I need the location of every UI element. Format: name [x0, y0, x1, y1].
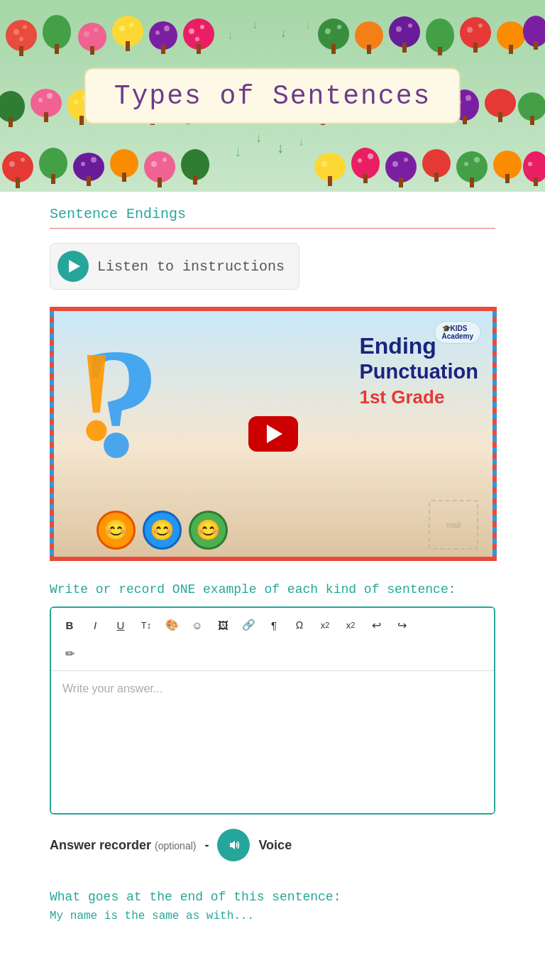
svg-point-22 [189, 28, 194, 34]
svg-rect-36 [438, 47, 442, 55]
svg-point-28 [337, 25, 341, 29]
svg-point-15 [129, 23, 133, 27]
svg-point-99 [151, 161, 157, 167]
svg-rect-17 [161, 45, 165, 54]
bottom-subtext: My name is the same as with... [50, 910, 495, 922]
svg-point-88 [21, 158, 25, 162]
svg-point-113 [368, 153, 373, 159]
main-content: Sentence Endings Listen to instructions … [0, 192, 545, 937]
svg-point-49 [38, 98, 43, 102]
svg-rect-78 [463, 116, 467, 124]
italic-button[interactable]: I [84, 614, 106, 636]
emoji-faces: 😊 😊 😊 [97, 511, 228, 550]
svg-rect-102 [193, 175, 197, 185]
video-play-button[interactable] [248, 416, 298, 452]
svg-rect-121 [470, 178, 474, 187]
svg-text:↓: ↓ [326, 28, 333, 42]
svg-text:↓: ↓ [298, 134, 304, 148]
svg-point-3 [13, 29, 19, 35]
video-text: Ending Punctuation 1st Grade [359, 332, 478, 410]
recorder-label: Answer recorder (optional) [50, 838, 196, 853]
section-divider [50, 228, 495, 229]
voice-label: Voice [258, 838, 292, 853]
emoji-button[interactable]: ☺ [186, 614, 209, 636]
svg-point-14 [119, 26, 125, 31]
svg-rect-26 [331, 44, 336, 54]
svg-rect-115 [399, 178, 403, 187]
fontsize-button[interactable]: T↕ [135, 614, 158, 636]
play-icon [69, 260, 80, 273]
svg-rect-7 [55, 44, 59, 54]
eraser-button[interactable]: ✏ [58, 642, 81, 665]
svg-rect-92 [87, 176, 91, 186]
recorder-section: Answer recorder (optional) - Voice [50, 829, 495, 861]
svg-point-33 [396, 26, 402, 32]
sound-icon [224, 836, 243, 854]
svg-point-93 [81, 162, 85, 166]
header-banner: ↓ ↓ ↓ ↓ ↓ ↓ ↓ ↓ ↓ ↓ ↓ [0, 0, 545, 192]
omega-button[interactable]: Ω [288, 614, 311, 636]
svg-point-6 [43, 15, 71, 49]
svg-point-39 [467, 27, 473, 33]
video-container[interactable]: ? ! Ending Punctuation 1st Grade 🎓KIDSAc… [50, 307, 495, 561]
superscript-button[interactable]: x2 [339, 614, 362, 636]
svg-rect-21 [197, 44, 201, 54]
svg-rect-2 [19, 46, 23, 56]
svg-point-50 [47, 93, 53, 99]
svg-rect-9 [90, 46, 94, 55]
underline-button[interactable]: U [109, 614, 132, 636]
svg-point-94 [91, 157, 97, 163]
svg-rect-13 [126, 41, 130, 51]
svg-rect-32 [402, 43, 407, 53]
image-button[interactable]: 🖼 [211, 614, 234, 636]
svg-point-53 [74, 100, 78, 104]
redo-button[interactable]: ↪ [390, 614, 413, 636]
svg-point-80 [466, 95, 471, 101]
svg-text:↓: ↓ [305, 18, 311, 31]
svg-point-19 [164, 26, 170, 31]
svg-point-123 [474, 157, 480, 163]
svg-rect-30 [367, 45, 371, 54]
svg-rect-111 [363, 174, 368, 183]
link-button[interactable]: 🔗 [237, 614, 260, 636]
svg-rect-82 [498, 112, 502, 122]
svg-point-122 [464, 162, 468, 166]
svg-rect-127 [534, 178, 538, 186]
play-icon [267, 425, 282, 443]
listen-label: Listen to instructions [97, 258, 285, 275]
svg-text:↓: ↓ [255, 131, 262, 145]
undo-button[interactable]: ↩ [365, 614, 387, 636]
svg-rect-38 [473, 43, 478, 53]
section-title: Sentence Endings [50, 206, 186, 222]
voice-record-button[interactable] [217, 829, 250, 861]
svg-point-128 [528, 162, 532, 166]
svg-rect-108 [328, 176, 332, 186]
svg-point-117 [404, 158, 408, 162]
listen-button[interactable]: Listen to instructions [50, 243, 299, 290]
subscript-button[interactable]: x2 [314, 614, 336, 636]
svg-point-112 [358, 158, 362, 163]
svg-point-23 [200, 25, 204, 29]
svg-point-109 [321, 161, 327, 167]
svg-text:↓: ↓ [252, 18, 258, 31]
svg-text:↓: ↓ [227, 28, 233, 42]
svg-point-4 [23, 25, 27, 29]
answer-input[interactable]: Write your answer... [51, 671, 494, 813]
bold-button[interactable]: B [58, 614, 81, 636]
paragraph-button[interactable]: ¶ [263, 614, 285, 636]
svg-text:↓: ↓ [280, 26, 287, 40]
svg-rect-119 [434, 173, 439, 182]
svg-point-5 [19, 37, 23, 41]
stamp-decoration: mail [429, 500, 478, 550]
header-title-box: Types of Sentences [84, 68, 461, 124]
svg-rect-52 [79, 116, 84, 125]
svg-point-34 [408, 23, 412, 28]
svg-rect-90 [51, 174, 55, 184]
svg-rect-125 [505, 174, 510, 183]
text-editor: B I U T↕ 🎨 ☺ 🖼 🔗 ¶ Ω x2 x2 ↩ [50, 606, 495, 815]
svg-point-40 [478, 23, 483, 28]
play-circle [57, 251, 89, 282]
svg-point-18 [155, 31, 160, 35]
svg-text:↓: ↓ [277, 140, 284, 156]
color-button[interactable]: 🎨 [160, 614, 183, 636]
